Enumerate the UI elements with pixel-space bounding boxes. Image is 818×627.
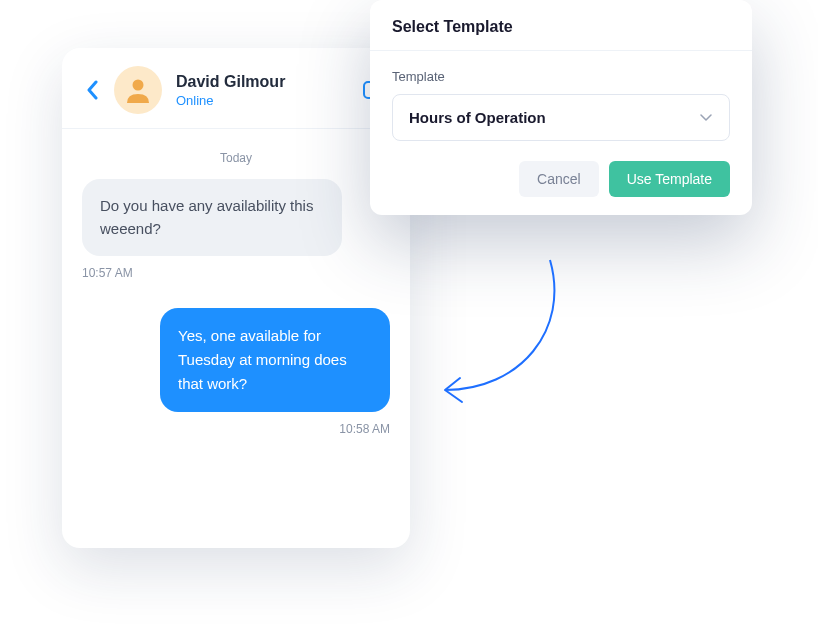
avatar[interactable] <box>114 66 162 114</box>
select-value: Hours of Operation <box>409 109 546 126</box>
cancel-button[interactable]: Cancel <box>519 161 599 197</box>
chat-body: Today Do you have any availability this … <box>62 129 410 456</box>
select-template-modal: Select Template Template Hours of Operat… <box>370 0 752 215</box>
chevron-left-icon <box>86 80 98 100</box>
message-outgoing: Yes, one available for Tuesday at mornin… <box>160 308 390 412</box>
message-time: 10:58 AM <box>82 422 390 436</box>
contact-name: David Gilmour <box>176 73 360 91</box>
template-select[interactable]: Hours of Operation <box>392 94 730 141</box>
message-time: 10:57 AM <box>82 266 390 280</box>
modal-title: Select Template <box>370 0 752 51</box>
field-label: Template <box>392 69 730 84</box>
message-incoming: Do you have any availability this weeend… <box>82 179 342 256</box>
contact-info: David Gilmour Online <box>176 73 360 108</box>
chevron-down-icon <box>699 114 713 122</box>
message-outgoing-wrap: Yes, one available for Tuesday at mornin… <box>82 308 390 412</box>
contact-status: Online <box>176 93 360 108</box>
date-separator: Today <box>82 151 390 165</box>
modal-actions: Cancel Use Template <box>370 147 752 197</box>
chat-panel: David Gilmour Online Today Do you have a… <box>62 48 410 548</box>
user-icon <box>124 76 152 104</box>
modal-body: Template Hours of Operation <box>370 51 752 147</box>
svg-point-0 <box>133 80 144 91</box>
use-template-button[interactable]: Use Template <box>609 161 730 197</box>
arrow-decoration <box>420 250 580 420</box>
back-button[interactable] <box>80 80 104 100</box>
chat-header: David Gilmour Online <box>62 48 410 129</box>
